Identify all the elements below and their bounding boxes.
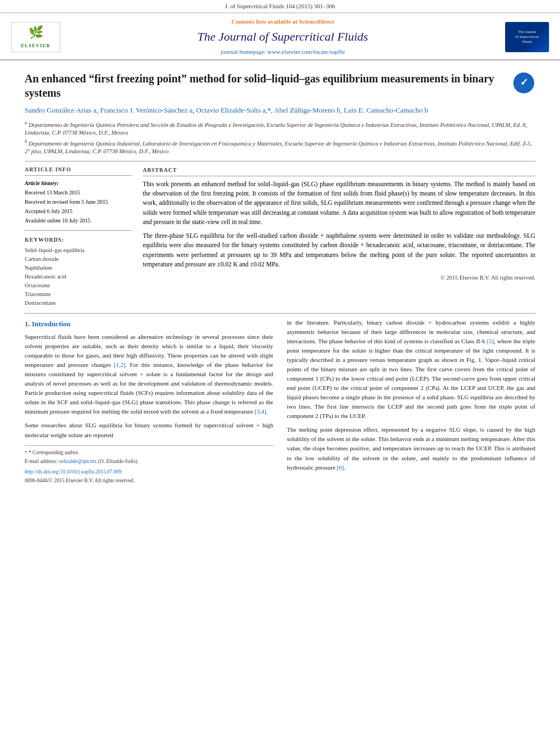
homepage-text: journal homepage: (221, 48, 266, 55)
abstract-para-2: The three-phase SLG equilibria for the w… (143, 231, 535, 269)
elsevier-tree-icon: 🌿 (29, 24, 43, 41)
revised-date: Received in revised form 5 June 2015 (25, 198, 132, 206)
received-date: Received 13 March 2015 (25, 188, 132, 197)
affiliation-a: a Departamento de Ingeniería Química Pet… (25, 120, 535, 137)
elsevier-name: ELSEVIER (21, 42, 51, 49)
affiliation-a-text: Departamento de Ingeniería Química Petro… (25, 122, 527, 136)
email-note: E-mail address: oelizalde@ipn.mx (O. Eli… (25, 458, 273, 465)
body-right-para-1: in the literature. Particularly, binary … (287, 318, 536, 421)
keyword-2: Naphthalene (25, 264, 132, 272)
journal-homepage: journal homepage: www.elsevier.com/locat… (66, 48, 500, 56)
keyword-6: Dotriacontane (25, 299, 132, 308)
affiliation-b-text: Departamento de Ingeniería Química Indus… (25, 141, 532, 154)
abstract-section: abstract This work presents an enhanced … (143, 166, 535, 282)
article-footer: * * Corresponding author. E-mail address… (25, 445, 273, 485)
keywords-list: Solid–liquid–gas equilibria Carbon dioxi… (25, 246, 132, 308)
journal-header: 🌿 ELSEVIER Contents lists available at S… (0, 13, 560, 60)
divider-keywords (25, 230, 132, 231)
keyword-3: Hexadecanoic acid (25, 272, 132, 281)
doi-link[interactable]: http://dx.doi.org/10.1016/j.supflu.2015.… (25, 469, 121, 475)
journal-logo-right: The Journalof SupercriticalFluids (505, 22, 549, 52)
doi-note: http://dx.doi.org/10.1016/j.supflu.2015.… (25, 468, 273, 476)
accepted-date: Accepted 6 July 2015 (25, 207, 132, 215)
keyword-4: Octacosane (25, 281, 132, 290)
ref-1-2[interactable]: [1,2] (114, 361, 125, 368)
keyword-0: Solid–liquid–gas equilibria (25, 246, 132, 255)
article-info-heading: article info (25, 166, 132, 176)
copyright-line: © 2015 Elsevier B.V. All rights reserved… (143, 274, 535, 282)
sciencedirect-text: Contents lists available at (232, 18, 298, 25)
crossmark-circle: ✓ (513, 72, 534, 93)
sciencedirect-link: Contents lists available at ScienceDirec… (66, 18, 500, 26)
online-date: Available online 10 July 2015 (25, 216, 132, 225)
email-label: E-mail address: (25, 459, 57, 464)
divider-1 (25, 161, 535, 161)
issn-note: 0896-8446/© 2015 Elsevier B.V. All right… (25, 477, 273, 484)
ref-5[interactable]: [5] (487, 338, 494, 344)
article-info-abstract: article info Article history: Received 1… (25, 166, 535, 308)
body-left-col: 1. Introduction Supercritical fluids hav… (25, 318, 273, 487)
abstract-heading: abstract (143, 166, 535, 176)
section1-title: 1. Introduction (25, 319, 273, 329)
body-right-para-2: The melting point depression effect, rep… (287, 425, 536, 472)
homepage-url[interactable]: www.elsevier.com/locate/supflu (267, 48, 345, 55)
corresponding-author-label: * Corresponding author. (29, 450, 79, 455)
title-section: An enhanced “first freezing point” metho… (25, 69, 535, 100)
abstract-para-1: This work presents an enhanced method fo… (143, 180, 535, 227)
star-icon: * (25, 450, 27, 455)
affiliation-a-super: a (25, 120, 27, 125)
email-address[interactable]: oelizalde@ipn.mx (59, 459, 97, 464)
crossmark-logo[interactable]: ✓ (512, 71, 535, 94)
section1-number: 1. (25, 320, 30, 328)
abstract-col: abstract This work presents an enhanced … (143, 166, 535, 308)
citation-text: J. of Supercritical Fluids 104 (2015) 30… (225, 3, 335, 9)
ref-6[interactable]: [6] (337, 464, 344, 471)
body-para-1: Supercritical fluids have been considere… (25, 332, 273, 416)
affiliations: a Departamento de Ingeniería Química Pet… (25, 120, 535, 155)
email-name: (O. Elizalde-Solis). (98, 459, 139, 464)
body-right-col: in the literature. Particularly, binary … (287, 318, 536, 487)
journal-citation: J. of Supercritical Fluids 104 (2015) 30… (0, 0, 560, 13)
keywords-label: Keywords: (25, 236, 132, 244)
ref-3-4[interactable]: [3,4] (255, 408, 266, 415)
article-body: 1. Introduction Supercritical fluids hav… (25, 313, 535, 487)
section1-title-text: Introduction (32, 320, 71, 328)
article-info-col: article info Article history: Received 1… (25, 166, 132, 308)
article-title: An enhanced “first freezing point” metho… (25, 71, 512, 100)
corresponding-author-note: * * Corresponding author. (25, 449, 273, 456)
article-history: Article history: Received 13 March 2015 … (25, 179, 132, 225)
sciencedirect-name[interactable]: ScienceDirect (299, 18, 334, 25)
article-info-section: article info Article history: Received 1… (25, 166, 132, 225)
article-content: An enhanced “first freezing point” metho… (0, 60, 560, 495)
page-wrapper: J. of Supercritical Fluids 104 (2015) 30… (0, 0, 560, 495)
body-para-2: Some researches about SLG equilibria for… (25, 421, 273, 439)
elsevier-logo: 🌿 ELSEVIER (11, 22, 60, 52)
authors-section: Sandro González-Arias a, Francisco J. Ve… (25, 105, 535, 115)
affiliation-b: b Departamento de Ingeniería Química Ind… (25, 138, 535, 155)
keyword-5: Triacontane (25, 290, 132, 299)
keywords-section: Keywords: Solid–liquid–gas equilibria Ca… (25, 236, 132, 308)
keyword-1: Carbon dioxide (25, 255, 132, 264)
header-center: Contents lists available at ScienceDirec… (60, 18, 505, 56)
affiliation-b-super: b (25, 138, 27, 144)
journal-title-header: The Journal of Supercritical Fluids (66, 29, 500, 46)
history-label: Article history: (25, 179, 132, 187)
authors-text: Sandro González-Arias a, Francisco J. Ve… (25, 106, 428, 114)
